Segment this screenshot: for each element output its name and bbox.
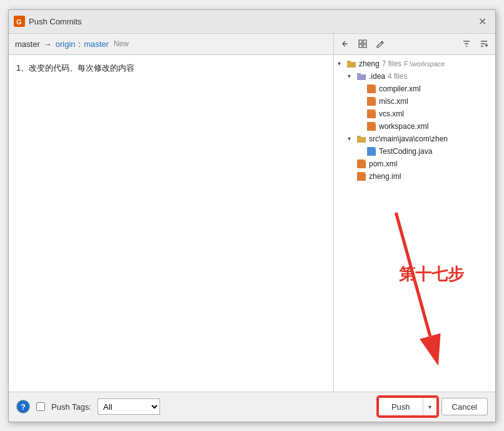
tree-label-misc-xml: misc.xml [379,97,408,106]
push-tags-select[interactable]: All [98,398,160,415]
push-commits-dialog: G Push Commits ✕ master → origin : maste… [8,9,496,422]
footer: ? Push Tags: All Push ▾ Cancel [9,392,495,422]
branch-separator: : [79,39,81,49]
svg-rect-7 [347,61,351,63]
svg-rect-9 [357,73,361,75]
folder-icon-idea [356,71,366,81]
tree-label-pom-xml: pom.xml [369,160,397,168]
toolbar-btn-collapse[interactable] [338,36,353,51]
svg-rect-12 [367,97,376,106]
commit-list: 1、改变的代码、每次修改的内容 [9,55,333,392]
svg-rect-10 [367,84,376,93]
branch-arrow: → [44,39,52,49]
tree-path-zheng: F:\workspace [404,60,445,68]
remote-branch-link[interactable]: master [84,39,109,49]
xml-icon-workspace [366,121,376,131]
tree-item-pom-xml[interactable]: pom.xml [334,158,495,170]
push-tags-label: Push Tags: [51,402,91,412]
tree-toggle-src[interactable]: ▾ [348,135,356,142]
title-bar-left: G Push Commits [14,16,82,27]
tree-item-compiler-xml[interactable]: compiler.xml [334,83,495,95]
origin-link[interactable]: origin [56,39,76,49]
tree-label-vcs-xml: vcs.xml [379,109,404,118]
svg-rect-4 [359,44,362,48]
push-dropdown-button[interactable]: ▾ [423,398,436,415]
java-icon-testcoding [366,146,376,156]
svg-rect-14 [367,109,376,118]
cancel-button[interactable]: Cancel [441,398,488,415]
xml-icon-compiler [366,84,376,94]
app-icon: G [14,16,25,27]
svg-rect-6 [347,62,356,68]
commit-item: 1、改变的代码、每次修改的内容 [15,60,327,76]
push-button[interactable]: Push [379,398,423,415]
xml-icon-pom [356,159,366,169]
branch-new-badge: New [114,39,129,48]
toolbar-btn-edit[interactable] [373,36,388,51]
xml-icon-zheng-iml [356,171,366,181]
tree-count-idea: 4 files [388,72,407,81]
toolbar-btn-sort2[interactable] [476,36,491,51]
branch-bar: master → origin : master New [9,34,333,55]
action-buttons: Push ▾ Cancel [378,397,488,417]
push-tags-checkbox[interactable] [36,402,45,411]
tree-item-src[interactable]: ▾ src\main\java\com\zhen [334,133,495,145]
left-panel: master → origin : master New 1、改变的代码、每次修… [9,34,334,392]
tree-label-zheng: zheng [359,59,380,68]
dialog-title: Push Commits [29,17,82,26]
tree-label-testcoding: TestCoding.java [379,147,432,156]
tree-item-zheng-iml[interactable]: zheng.iml [334,170,495,183]
folder-icon-zheng [346,59,356,69]
title-bar: G Push Commits ✕ [9,10,495,34]
tree-item-testcoding[interactable]: TestCoding.java [334,145,495,158]
xml-icon-vcs [366,109,376,119]
svg-rect-18 [357,137,366,143]
svg-rect-22 [357,160,366,168]
tree-item-workspace-xml[interactable]: workspace.xml [334,120,495,133]
svg-rect-24 [357,172,366,181]
right-toolbar [334,34,495,55]
tree-count-zheng: 7 files [382,59,401,68]
xml-icon-misc [366,96,376,106]
file-tree: ▾ zheng 7 files F:\workspace ▾ .idea 4 f… [334,55,495,392]
tree-item-misc-xml[interactable]: misc.xml [334,95,495,108]
svg-rect-19 [357,136,361,138]
right-panel: ▾ zheng 7 files F:\workspace ▾ .idea 4 f… [334,34,495,392]
svg-rect-16 [367,122,376,131]
svg-rect-8 [357,74,366,80]
tree-label-idea: .idea [369,72,385,81]
toolbar-btn-expand[interactable] [355,36,370,51]
svg-rect-20 [367,147,376,156]
push-button-group: Push ▾ [378,397,438,417]
help-button[interactable]: ? [16,400,30,413]
local-branch: master [15,39,40,49]
tree-toggle-idea[interactable]: ▾ [348,73,356,79]
tree-item-zheng[interactable]: ▾ zheng 7 files F:\workspace [334,58,495,70]
svg-rect-5 [363,44,366,48]
tree-label-src: src\main\java\com\zhen [369,134,448,143]
svg-rect-3 [363,40,366,43]
tree-item-vcs-xml[interactable]: vcs.xml [334,108,495,120]
folder-icon-src [356,134,366,144]
tree-item-idea[interactable]: ▾ .idea 4 files [334,70,495,83]
main-content: master → origin : master New 1、改变的代码、每次修… [9,34,495,392]
tree-label-workspace-xml: workspace.xml [379,122,428,131]
tree-toggle-zheng[interactable]: ▾ [338,60,346,67]
svg-text:G: G [16,18,22,26]
close-button[interactable]: ✕ [475,14,490,29]
tree-label-zheng-iml: zheng.iml [369,172,401,181]
toolbar-btn-sort1[interactable] [459,36,474,51]
svg-rect-2 [359,40,362,43]
tree-label-compiler-xml: compiler.xml [379,84,421,93]
